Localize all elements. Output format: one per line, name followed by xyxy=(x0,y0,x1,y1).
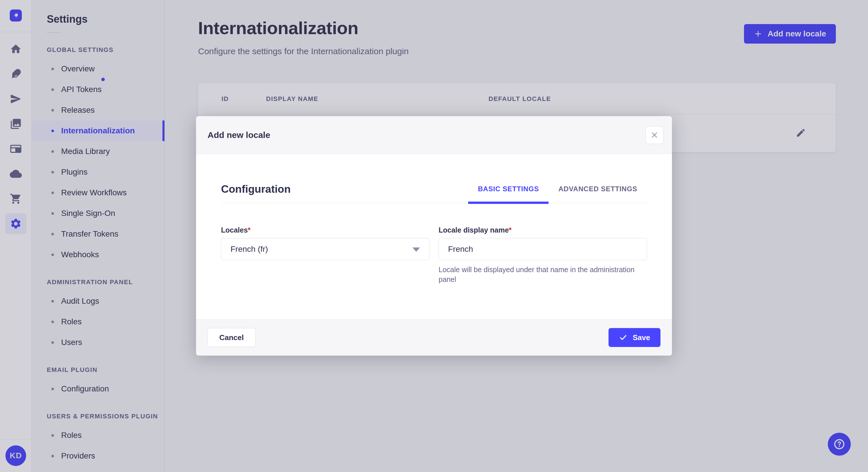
display-name-input[interactable] xyxy=(439,238,647,260)
modal-body: Configuration BASIC SETTINGS ADVANCED SE… xyxy=(196,154,672,284)
required-asterisk: * xyxy=(509,226,512,234)
locales-field: Locales* French (fr) xyxy=(221,226,429,284)
locales-label-text: Locales xyxy=(221,226,248,234)
close-icon xyxy=(651,131,658,139)
modal-header: Add new locale xyxy=(196,116,672,154)
configuration-header-row: Configuration BASIC SETTINGS ADVANCED SE… xyxy=(221,154,647,203)
tab-advanced-settings[interactable]: ADVANCED SETTINGS xyxy=(549,185,647,203)
app-root: KD Settings GLOBAL SETTINGS Overview API… xyxy=(0,0,868,472)
configuration-heading: Configuration xyxy=(221,183,291,203)
save-button-label: Save xyxy=(632,333,650,342)
close-button[interactable] xyxy=(646,126,663,144)
locales-select[interactable]: French (fr) xyxy=(221,238,429,260)
settings-tabs: BASIC SETTINGS ADVANCED SETTINGS xyxy=(468,185,647,203)
modal-footer: Cancel Save xyxy=(196,319,672,356)
form-fields-row: Locales* French (fr) Locale display name… xyxy=(221,226,647,284)
display-name-label-text: Locale display name xyxy=(439,226,509,234)
chevron-down-icon xyxy=(412,247,420,252)
save-button[interactable]: Save xyxy=(609,328,660,347)
cancel-button[interactable]: Cancel xyxy=(208,328,255,347)
display-name-field: Locale display name* Locale will be disp… xyxy=(439,226,647,284)
modal-title: Add new locale xyxy=(208,130,270,140)
required-asterisk: * xyxy=(248,226,251,234)
display-name-label: Locale display name* xyxy=(439,226,647,234)
locales-label: Locales* xyxy=(221,226,429,234)
check-icon xyxy=(619,333,627,342)
tab-basic-settings[interactable]: BASIC SETTINGS xyxy=(468,185,549,203)
locales-select-value: French (fr) xyxy=(230,245,268,254)
add-locale-modal: Add new locale Configuration BASIC SETTI… xyxy=(196,116,672,356)
display-name-hint: Locale will be displayed under that name… xyxy=(439,265,647,284)
